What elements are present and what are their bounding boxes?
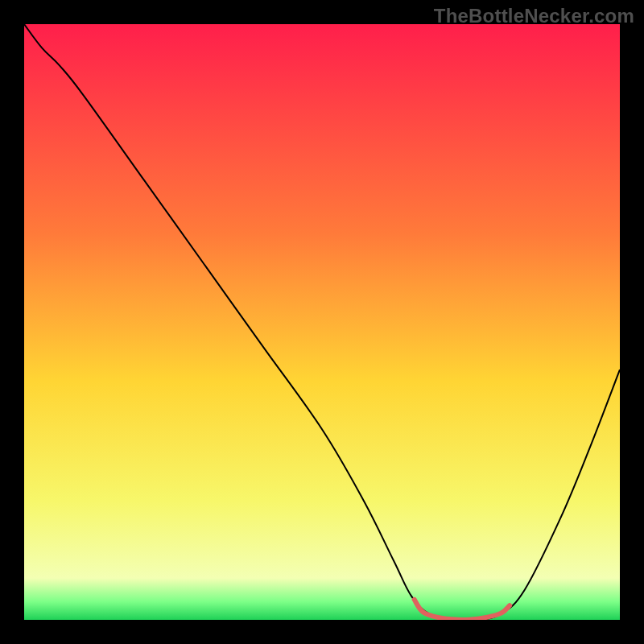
plot-area: [24, 24, 620, 620]
gradient-background: [24, 24, 620, 620]
chart-svg: [24, 24, 620, 620]
chart-frame: TheBottleNecker.com: [0, 0, 644, 644]
